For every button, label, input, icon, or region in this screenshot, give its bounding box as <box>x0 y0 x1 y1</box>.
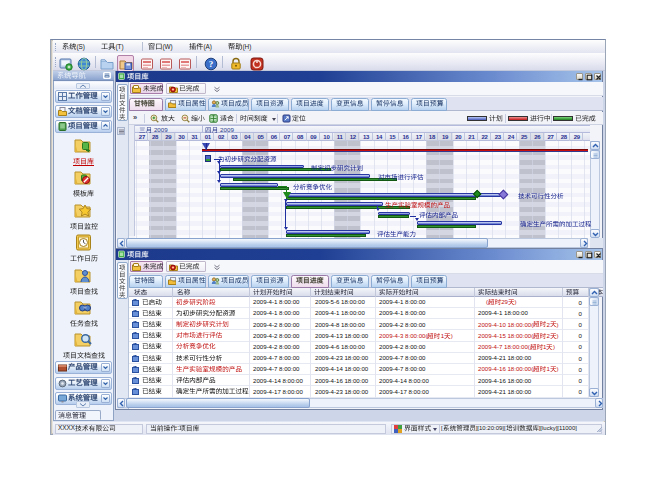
svg-text:?: ? <box>209 59 214 69</box>
